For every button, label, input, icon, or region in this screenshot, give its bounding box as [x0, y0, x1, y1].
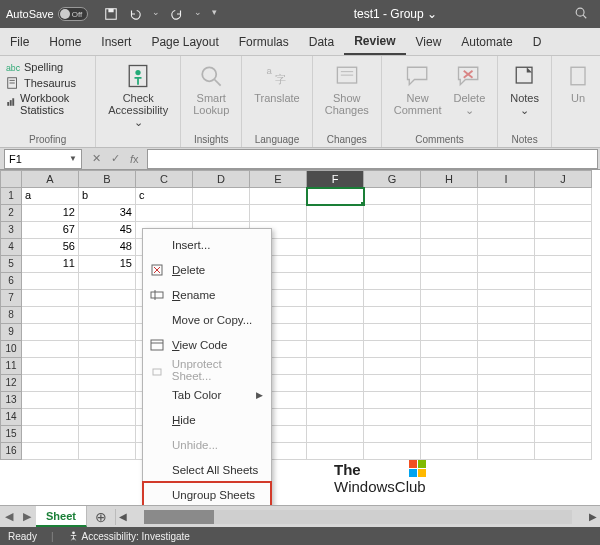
cell[interactable] — [421, 205, 478, 222]
cell[interactable] — [364, 290, 421, 307]
cell[interactable] — [307, 392, 364, 409]
cell[interactable] — [535, 290, 592, 307]
row-header[interactable]: 3 — [0, 222, 22, 239]
cell[interactable] — [421, 375, 478, 392]
cell[interactable] — [79, 341, 136, 358]
cell[interactable] — [307, 324, 364, 341]
cell[interactable] — [364, 222, 421, 239]
col-header-c[interactable]: C — [136, 170, 193, 188]
search-icon[interactable] — [574, 6, 588, 22]
cell[interactable] — [478, 426, 535, 443]
show-changes-button[interactable]: ShowChanges — [319, 60, 375, 118]
row-header[interactable]: 2 — [0, 205, 22, 222]
cell[interactable] — [421, 324, 478, 341]
col-header-f[interactable]: F — [307, 170, 364, 188]
cell[interactable] — [22, 307, 79, 324]
cell[interactable] — [307, 205, 364, 222]
tab-file[interactable]: File — [0, 28, 39, 55]
cell[interactable] — [307, 273, 364, 290]
cell[interactable] — [478, 307, 535, 324]
cell[interactable] — [22, 443, 79, 460]
new-sheet-button[interactable]: ⊕ — [87, 509, 116, 525]
row-header[interactable]: 12 — [0, 375, 22, 392]
ctx-delete[interactable]: Delete — [143, 257, 271, 282]
ctx-hide[interactable]: Hide — [143, 407, 271, 432]
autosave-toggle[interactable]: AutoSave Off — [6, 7, 88, 21]
col-header-a[interactable]: A — [22, 170, 79, 188]
cell[interactable] — [535, 409, 592, 426]
cell[interactable] — [364, 205, 421, 222]
undo-dropdown-icon[interactable]: ⌄ — [152, 7, 160, 21]
smart-lookup-button[interactable]: SmartLookup — [187, 60, 235, 118]
cell[interactable] — [535, 188, 592, 205]
cell[interactable] — [79, 409, 136, 426]
redo-icon[interactable] — [170, 7, 184, 21]
cell[interactable] — [250, 205, 307, 222]
cell[interactable] — [421, 341, 478, 358]
row-header[interactable]: 7 — [0, 290, 22, 307]
cell[interactable] — [22, 409, 79, 426]
col-header-j[interactable]: J — [535, 170, 592, 188]
name-box[interactable]: F1 ▼ — [4, 149, 82, 169]
ctx-move-copy[interactable]: Move or Copy... — [143, 307, 271, 332]
col-header-d[interactable]: D — [193, 170, 250, 188]
cell[interactable] — [535, 239, 592, 256]
cell[interactable] — [478, 256, 535, 273]
cell[interactable] — [307, 307, 364, 324]
cell[interactable] — [478, 443, 535, 460]
cell[interactable]: 15 — [79, 256, 136, 273]
row-header[interactable]: 11 — [0, 358, 22, 375]
cell[interactable] — [307, 443, 364, 460]
tab-insert[interactable]: Insert — [91, 28, 141, 55]
cell[interactable] — [478, 392, 535, 409]
cell[interactable] — [79, 273, 136, 290]
cell[interactable] — [307, 222, 364, 239]
tab-review[interactable]: Review — [344, 28, 405, 55]
scroll-right-icon[interactable]: ▶ — [586, 511, 600, 522]
sheet-nav-prev[interactable]: ◀ — [0, 510, 18, 523]
thesaurus-button[interactable]: Thesaurus — [6, 76, 89, 90]
cell[interactable] — [193, 188, 250, 205]
cell[interactable]: 34 — [79, 205, 136, 222]
cell[interactable] — [307, 426, 364, 443]
tab-formulas[interactable]: Formulas — [229, 28, 299, 55]
cell[interactable] — [478, 290, 535, 307]
cell[interactable] — [22, 324, 79, 341]
ctx-rename[interactable]: Rename — [143, 282, 271, 307]
cell[interactable] — [535, 205, 592, 222]
cancel-icon[interactable]: ✕ — [92, 152, 101, 165]
ctx-tab-color[interactable]: Tab Color▶ — [143, 382, 271, 407]
overflow-button[interactable]: Un — [558, 60, 598, 106]
delete-comment-button[interactable]: Delete⌄ — [447, 60, 491, 118]
cell[interactable] — [22, 341, 79, 358]
cell[interactable] — [307, 239, 364, 256]
horizontal-scrollbar[interactable]: ◀ ▶ — [116, 510, 600, 524]
cell[interactable] — [364, 375, 421, 392]
cell[interactable] — [478, 273, 535, 290]
cell[interactable] — [421, 290, 478, 307]
title-dropdown-icon[interactable]: ⌄ — [427, 7, 437, 21]
ctx-insert[interactable]: Insert... — [143, 232, 271, 257]
cell[interactable] — [478, 358, 535, 375]
scroll-thumb[interactable] — [144, 510, 214, 524]
cell[interactable] — [421, 409, 478, 426]
cell[interactable]: c — [136, 188, 193, 205]
row-header[interactable]: 15 — [0, 426, 22, 443]
redo-dropdown-icon[interactable]: ⌄ — [194, 7, 202, 21]
cell[interactable] — [421, 426, 478, 443]
check-accessibility-button[interactable]: CheckAccessibility ⌄ — [102, 60, 174, 130]
col-header-e[interactable]: E — [250, 170, 307, 188]
sheet-nav-next[interactable]: ▶ — [18, 510, 36, 523]
cell[interactable] — [79, 358, 136, 375]
cell[interactable] — [478, 239, 535, 256]
row-header[interactable]: 9 — [0, 324, 22, 341]
tab-data[interactable]: Data — [299, 28, 344, 55]
col-header-i[interactable]: I — [478, 170, 535, 188]
row-header[interactable]: 5 — [0, 256, 22, 273]
spelling-button[interactable]: abcSpelling — [6, 60, 89, 74]
cell[interactable] — [307, 188, 364, 205]
cell[interactable] — [307, 409, 364, 426]
row-header[interactable]: 1 — [0, 188, 22, 205]
cell[interactable] — [421, 222, 478, 239]
cell[interactable] — [535, 273, 592, 290]
